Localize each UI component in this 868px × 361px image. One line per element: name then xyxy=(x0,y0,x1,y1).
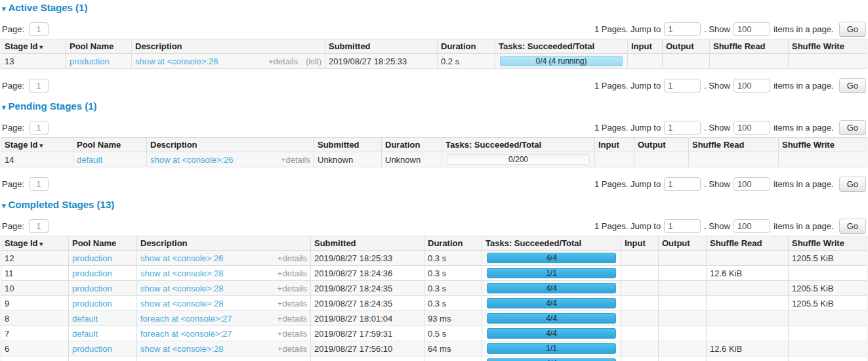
column-header-input[interactable]: Input xyxy=(595,138,634,152)
column-header-tasks-succeeded-total[interactable]: Tasks: Succeeded/Total xyxy=(495,39,628,54)
pool-name-link[interactable]: default xyxy=(72,329,98,339)
column-header-description[interactable]: Description xyxy=(147,138,314,152)
column-header-shuffle-write[interactable]: Shuffle Write xyxy=(789,236,867,251)
details-toggle-link[interactable]: +details xyxy=(278,299,307,308)
items-per-page-input[interactable] xyxy=(734,177,770,191)
completed-stages-header[interactable]: ▾Completed Stages (13) xyxy=(2,200,867,211)
column-header-tasks-succeeded-total[interactable]: Tasks: Succeeded/Total xyxy=(442,138,595,152)
stage-description-link[interactable]: show at <console>:26 xyxy=(135,56,218,66)
stage-id-cell: 10 xyxy=(1,281,69,296)
pool-name-link[interactable]: production xyxy=(72,253,112,263)
column-header-input[interactable]: Input xyxy=(621,236,659,251)
kill-stage-link[interactable]: (kill) xyxy=(306,56,321,66)
stage-description-link[interactable]: show at <console>:28 xyxy=(140,299,223,308)
stage-description-link[interactable]: foreach at <console>:27 xyxy=(140,314,232,324)
pool-name-link[interactable]: default xyxy=(77,155,102,165)
column-header-duration[interactable]: Duration xyxy=(424,236,482,251)
items-per-page-input[interactable] xyxy=(734,22,770,36)
shuffle-write-cell xyxy=(789,326,867,341)
pool-name-link[interactable]: default xyxy=(72,314,98,324)
column-header-shuffle-read[interactable]: Shuffle Read xyxy=(710,39,789,54)
details-toggle-link[interactable]: +details xyxy=(278,314,307,324)
pool-name-link[interactable]: production xyxy=(72,359,112,361)
active-stages-section: ▾Active Stages (1) Page:1 Pages. Jump to… xyxy=(1,3,867,93)
column-header-output[interactable]: Output xyxy=(663,39,710,54)
column-header-submitted[interactable]: Submitted xyxy=(314,138,382,152)
shuffle-write-cell: 1205.5 KiB xyxy=(789,251,867,266)
pending-stages-header[interactable]: ▾Pending Stages (1) xyxy=(2,101,867,112)
details-toggle-link[interactable]: +details xyxy=(278,284,307,293)
column-header-pool-name[interactable]: Pool Name xyxy=(69,236,137,251)
completed-stages-table: Stage Id ▾Pool NameDescriptionSubmittedD… xyxy=(1,236,867,361)
stage-description-link[interactable]: show at <console>:28 xyxy=(140,268,223,278)
jump-to-page-input[interactable] xyxy=(664,219,701,233)
pool-name-link[interactable]: production xyxy=(72,344,112,354)
active-stages-header[interactable]: ▾Active Stages (1) xyxy=(2,3,867,14)
go-button[interactable]: Go xyxy=(839,120,866,135)
column-header-shuffle-write[interactable]: Shuffle Write xyxy=(789,39,867,54)
jump-to-page-input[interactable] xyxy=(664,79,701,93)
column-header-stage-id[interactable]: Stage Id ▾ xyxy=(1,138,73,152)
section-title[interactable]: Active Stages (1) xyxy=(9,2,88,13)
page-number-input[interactable] xyxy=(29,219,49,233)
details-toggle-link[interactable]: +details xyxy=(278,359,307,361)
column-header-pool-name[interactable]: Pool Name xyxy=(73,138,147,152)
details-toggle-link[interactable]: +details xyxy=(278,268,307,278)
column-header-stage-id[interactable]: Stage Id ▾ xyxy=(1,236,69,251)
details-toggle-link[interactable]: +details xyxy=(268,56,298,66)
items-per-page-input[interactable] xyxy=(734,219,770,233)
column-header-tasks-succeeded-total[interactable]: Tasks: Succeeded/Total xyxy=(482,236,621,251)
stage-description-link[interactable]: show at <console>:28 xyxy=(140,284,223,293)
column-header-duration[interactable]: Duration xyxy=(438,39,495,54)
column-header-output[interactable]: Output xyxy=(659,236,707,251)
jump-to-page-input[interactable] xyxy=(664,22,701,36)
pool-name-link[interactable]: production xyxy=(70,56,110,66)
pool-name-link[interactable]: production xyxy=(72,284,112,293)
page-number-input[interactable] xyxy=(29,177,49,191)
stage-description-link[interactable]: show at <console>:28 xyxy=(140,344,223,354)
stage-description-link[interactable]: show at <console>:26 xyxy=(140,253,223,263)
shuffle-write-cell xyxy=(789,311,867,326)
column-header-description[interactable]: Description xyxy=(137,236,311,251)
column-header-pool-name[interactable]: Pool Name xyxy=(66,39,132,54)
column-header-submitted[interactable]: Submitted xyxy=(311,236,424,251)
column-header-shuffle-read[interactable]: Shuffle Read xyxy=(707,236,789,251)
stage-description-link[interactable]: show at <console>:26 xyxy=(150,155,233,165)
column-header-stage-id[interactable]: Stage Id ▾ xyxy=(1,39,66,54)
jump-to-page-input[interactable] xyxy=(664,177,701,191)
column-header-label: Stage Id xyxy=(5,140,38,150)
show-label: . Show xyxy=(704,221,730,231)
go-button[interactable]: Go xyxy=(839,219,866,234)
column-header-submitted[interactable]: Submitted xyxy=(325,39,438,54)
page-number-input[interactable] xyxy=(29,121,49,135)
section-title[interactable]: Pending Stages (1) xyxy=(9,100,97,112)
go-button[interactable]: Go xyxy=(839,78,866,93)
column-header-shuffle-write[interactable]: Shuffle Write xyxy=(779,138,867,152)
description-cell: show at <console>:28+details xyxy=(137,356,311,361)
column-header-shuffle-read[interactable]: Shuffle Read xyxy=(689,138,779,152)
input-cell xyxy=(621,296,659,311)
go-button[interactable]: Go xyxy=(839,177,866,192)
items-per-page-input[interactable] xyxy=(734,79,770,93)
sort-arrow-icon: ▾ xyxy=(38,240,43,247)
details-toggle-link[interactable]: +details xyxy=(278,344,307,354)
tasks-cell: 4/4 xyxy=(482,281,621,296)
details-toggle-link[interactable]: +details xyxy=(278,253,307,263)
column-header-input[interactable]: Input xyxy=(628,39,663,54)
details-toggle-link[interactable]: +details xyxy=(278,329,307,339)
pool-name-link[interactable]: production xyxy=(72,268,112,278)
column-header-output[interactable]: Output xyxy=(634,138,689,152)
jump-to-page-input[interactable] xyxy=(664,121,701,135)
pool-name-link[interactable]: production xyxy=(72,299,112,308)
stage-description-link[interactable]: foreach at <console>:27 xyxy=(140,329,232,339)
stage-description-link[interactable]: show at <console>:28 xyxy=(140,359,223,361)
pages-count-text: 1 Pages. Jump to xyxy=(594,221,661,231)
section-title[interactable]: Completed Stages (13) xyxy=(9,199,115,210)
column-header-description[interactable]: Description xyxy=(132,39,325,54)
page-number-input[interactable] xyxy=(29,22,49,36)
page-number-input[interactable] xyxy=(29,79,49,93)
column-header-duration[interactable]: Duration xyxy=(382,138,442,152)
items-per-page-input[interactable] xyxy=(734,121,770,135)
go-button[interactable]: Go xyxy=(839,22,866,37)
details-toggle-link[interactable]: +details xyxy=(281,155,310,165)
